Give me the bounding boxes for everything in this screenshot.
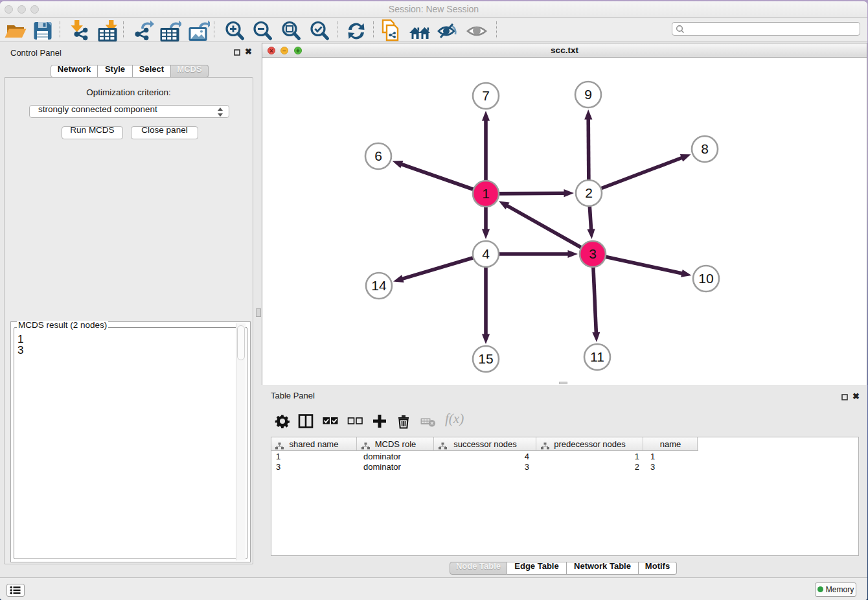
svg-text:7: 7 <box>482 88 490 103</box>
svg-text:14: 14 <box>371 278 387 293</box>
svg-text:10: 10 <box>698 271 713 286</box>
svg-text:1: 1 <box>482 186 490 201</box>
svg-text:6: 6 <box>374 148 382 163</box>
svg-text:11: 11 <box>590 349 604 364</box>
svg-text:2: 2 <box>585 185 593 200</box>
svg-text:9: 9 <box>584 87 592 102</box>
svg-text:8: 8 <box>701 141 709 156</box>
svg-text:4: 4 <box>482 246 490 261</box>
svg-text:15: 15 <box>478 351 493 366</box>
svg-text:3: 3 <box>589 246 597 261</box>
